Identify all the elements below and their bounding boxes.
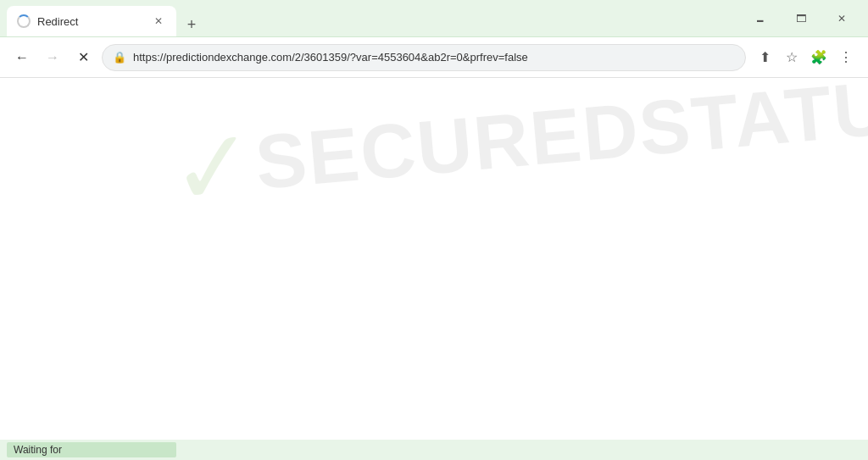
- tabs-area: Redirect ✕ +: [7, 0, 741, 36]
- watermark-text: SECUREDSTATUS: [253, 78, 868, 205]
- new-tab-button[interactable]: +: [180, 13, 203, 36]
- back-button[interactable]: ←: [10, 46, 34, 69]
- minimize-button[interactable]: 🗕: [741, 5, 780, 32]
- page-content: ✓ SECUREDSTATUS: [0, 78, 868, 440]
- address-bar[interactable]: 🔒 https://predictiondexchange.com/2/3601…: [102, 44, 746, 71]
- nav-actions: ⬆ ☆ 🧩 ⋮: [753, 46, 858, 69]
- reload-button[interactable]: ✕: [71, 46, 95, 69]
- extensions-button[interactable]: 🧩: [807, 46, 831, 69]
- status-text: Waiting for: [7, 442, 176, 457]
- bookmark-button[interactable]: ☆: [780, 46, 804, 69]
- navigation-bar: ← → ✕ 🔒 https://predictiondexchange.com/…: [0, 37, 868, 78]
- window-controls: 🗕 🗖 ✕: [741, 5, 861, 32]
- title-bar: Redirect ✕ + 🗕 🗖 ✕: [0, 0, 868, 37]
- share-button[interactable]: ⬆: [753, 46, 776, 69]
- watermark: ✓ SECUREDSTATUS: [167, 78, 868, 222]
- active-tab[interactable]: Redirect ✕: [7, 6, 176, 36]
- lock-icon: 🔒: [113, 51, 126, 64]
- status-bar: Waiting for: [0, 440, 868, 460]
- url-display: https://predictiondexchange.com/2/360135…: [133, 51, 735, 64]
- tab-title: Redirect: [37, 15, 144, 28]
- window-close-button[interactable]: ✕: [822, 5, 861, 32]
- tab-close-button[interactable]: ✕: [151, 14, 166, 29]
- maximize-button[interactable]: 🗖: [782, 5, 821, 32]
- watermark-checkmark: ✓: [166, 113, 260, 221]
- menu-button[interactable]: ⋮: [834, 46, 858, 69]
- tab-loading-spinner: [17, 14, 31, 28]
- forward-button[interactable]: →: [41, 46, 64, 69]
